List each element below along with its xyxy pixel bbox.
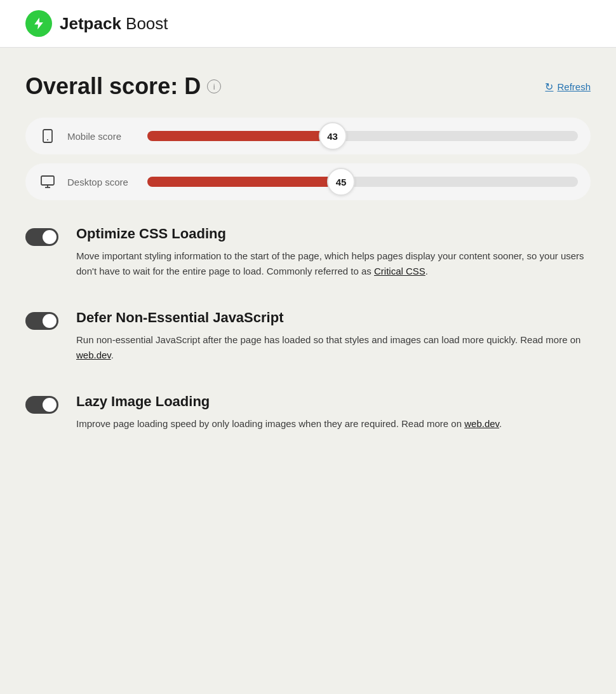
mobile-icon — [38, 126, 57, 146]
score-title-text: Overall score: D — [25, 73, 201, 100]
feature-item-css: Optimize CSS Loading Move important styl… — [25, 226, 591, 279]
defer-js-link[interactable]: web.dev — [76, 350, 111, 360]
defer-js-title: Defer Non-Essential JavaScript — [76, 310, 591, 326]
info-icon[interactable]: i — [207, 79, 221, 93]
logo-icon — [25, 10, 52, 37]
mobile-score-label: Mobile score — [67, 131, 137, 142]
lazy-image-toggle[interactable] — [25, 396, 58, 414]
defer-js-description: Run non-essential JavaScript after the p… — [76, 332, 591, 363]
desktop-score-fill: 45 — [147, 177, 341, 187]
desktop-score-row: Desktop score 45 — [25, 163, 591, 200]
feature-item-lazy: Lazy Image Loading Improve page loading … — [25, 393, 591, 432]
features-section: Optimize CSS Loading Move important styl… — [25, 226, 591, 432]
bolt-icon — [32, 17, 46, 31]
refresh-icon: ↻ — [545, 81, 553, 93]
feature-item-js: Defer Non-Essential JavaScript Run non-e… — [25, 310, 591, 363]
svg-rect-2 — [41, 176, 54, 185]
lazy-image-title: Lazy Image Loading — [76, 393, 502, 410]
desktop-score-track: 45 — [147, 177, 578, 187]
refresh-label: Refresh — [557, 81, 591, 92]
optimize-css-toggle[interactable] — [25, 228, 58, 246]
defer-js-content: Defer Non-Essential JavaScript Run non-e… — [76, 310, 591, 363]
lazy-image-description: Improve page loading speed by only loadi… — [76, 416, 502, 432]
critical-css-link[interactable]: Critical CSS — [374, 266, 425, 276]
score-section: Overall score: D i ↻ Refresh Mobile scor… — [25, 73, 591, 200]
score-header: Overall score: D i ↻ Refresh — [25, 73, 591, 100]
refresh-button[interactable]: ↻ Refresh — [545, 81, 591, 93]
optimize-css-content: Optimize CSS Loading Move important styl… — [76, 226, 591, 279]
main-content: Overall score: D i ↻ Refresh Mobile scor… — [0, 48, 616, 691]
mobile-score-value: 43 — [319, 122, 347, 150]
lazy-image-link[interactable]: web.dev — [464, 418, 499, 429]
defer-js-toggle[interactable] — [25, 312, 58, 330]
mobile-score-track: 43 — [147, 131, 578, 141]
app-header: Jetpack Boost — [0, 0, 616, 48]
optimize-css-title: Optimize CSS Loading — [76, 226, 591, 242]
optimize-css-description: Move important styling information to th… — [76, 248, 591, 279]
desktop-score-label: Desktop score — [67, 177, 137, 187]
desktop-icon — [38, 172, 57, 191]
desktop-score-value: 45 — [327, 168, 355, 196]
mobile-score-row: Mobile score 43 — [25, 118, 591, 154]
lazy-image-content: Lazy Image Loading Improve page loading … — [76, 393, 502, 432]
overall-score-title: Overall score: D i — [25, 73, 221, 100]
mobile-score-fill: 43 — [147, 131, 333, 141]
app-title: Jetpack Boost — [60, 14, 168, 34]
